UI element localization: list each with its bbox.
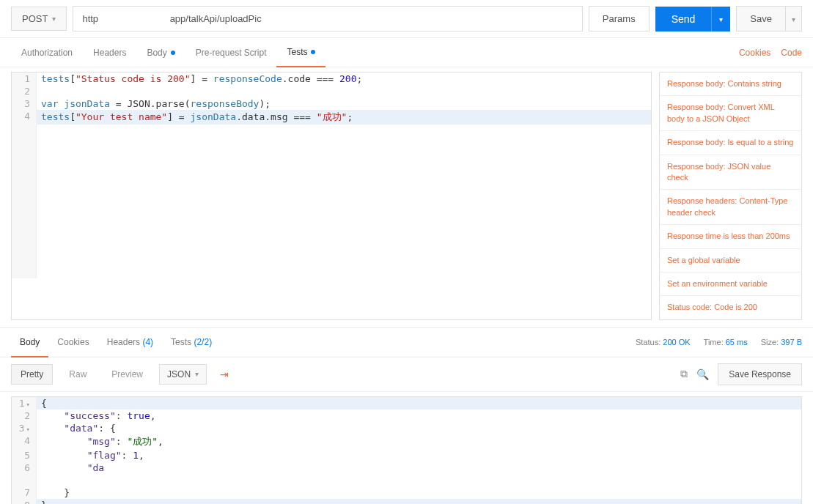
tab-prerequest[interactable]: Pre-request Script	[185, 39, 277, 67]
url-prefix: http	[82, 13, 98, 24]
preview-button[interactable]: Preview	[103, 365, 152, 384]
snippet-item[interactable]: Response body: Is equal to a string	[660, 131, 801, 155]
http-method-select[interactable]: POST ▾	[11, 7, 67, 31]
response-toolbar-right: ⧉ 🔍 Save Response	[680, 363, 802, 385]
save-dropdown[interactable]: ▾	[786, 6, 802, 32]
snippet-item[interactable]: Set a global variable	[660, 249, 801, 273]
modified-dot-icon	[311, 50, 315, 54]
url-suffix: app/talkApi/uploadPic	[170, 13, 262, 24]
response-meta: Status: 200 OK Time: 65 ms Size: 397 B	[636, 338, 802, 346]
raw-button[interactable]: Raw	[60, 365, 95, 384]
url-input[interactable]: http app/talkApi/uploadPic	[73, 6, 582, 32]
snippet-item[interactable]: Set an environment variable	[660, 273, 801, 296]
tab-tests[interactable]: Tests	[276, 38, 325, 67]
url-hidden	[98, 13, 170, 24]
snippet-item[interactable]: Response body: Convert XML body to a JSO…	[660, 96, 801, 131]
tab-authorization[interactable]: Authorization	[11, 39, 83, 67]
send-button[interactable]: Send	[655, 7, 712, 32]
size-meta: Size: 397 B	[761, 338, 802, 346]
chevron-down-icon: ▾	[52, 15, 56, 23]
modified-dot-icon	[171, 51, 175, 55]
chevron-down-icon: ▾	[719, 15, 723, 23]
snippet-item[interactable]: Status code: Code is 200	[660, 296, 801, 319]
tab-body[interactable]: Body	[136, 39, 185, 67]
snippets-panel: Response body: Contains string Response …	[659, 72, 802, 320]
copy-icon[interactable]: ⧉	[680, 368, 688, 380]
save-group: Save ▾	[736, 6, 802, 32]
code-link[interactable]: Code	[781, 48, 802, 58]
send-group: Send ▾	[655, 7, 731, 32]
resp-tab-tests[interactable]: Tests (2/2)	[162, 328, 221, 356]
pretty-button[interactable]: Pretty	[11, 364, 53, 385]
resp-tab-body[interactable]: Body	[11, 328, 48, 357]
time-meta: Time: 65 ms	[704, 338, 748, 346]
request-top-bar: POST ▾ http app/talkApi/uploadPic Params…	[0, 0, 813, 38]
request-right-links: Cookies Code	[739, 48, 802, 58]
tab-headers[interactable]: Headers	[83, 39, 136, 67]
resp-tab-cookies[interactable]: Cookies	[48, 328, 98, 356]
search-icon[interactable]: 🔍	[696, 368, 709, 380]
chevron-down-icon: ▾	[792, 15, 795, 23]
resp-tab-headers[interactable]: Headers (4)	[98, 328, 162, 356]
http-method-label: POST	[22, 13, 48, 24]
response-body-editor[interactable]: 1▾{ 2 "success": true, 3▾ "data": { 4 "m…	[11, 396, 802, 504]
save-response-button[interactable]: Save Response	[718, 363, 802, 385]
status-meta: Status: 200 OK	[636, 338, 691, 346]
params-button[interactable]: Params	[589, 6, 650, 32]
chevron-down-icon: ▾	[195, 370, 199, 378]
response-toolbar: Pretty Raw Preview JSON ▾ ⇥ ⧉ 🔍 Save Res…	[0, 357, 813, 392]
cookies-link[interactable]: Cookies	[739, 48, 770, 58]
send-dropdown[interactable]: ▾	[711, 7, 730, 32]
tests-code-editor[interactable]: 1tests["Status code is 200"] = responseC…	[11, 72, 652, 320]
response-tabs: Body Cookies Headers (4) Tests (2/2) Sta…	[0, 327, 813, 357]
snippet-item[interactable]: Response headers: Content-Type header ch…	[660, 190, 801, 225]
format-select[interactable]: JSON ▾	[159, 364, 207, 385]
wrap-lines-icon[interactable]: ⇥	[214, 364, 235, 385]
snippet-item[interactable]: Response time is less than 200ms	[660, 225, 801, 248]
tests-editor-row: 1tests["Status code is 200"] = responseC…	[0, 67, 813, 327]
snippet-item[interactable]: Response body: JSON value check	[660, 155, 801, 190]
snippet-item[interactable]: Response body: Contains string	[660, 73, 801, 96]
request-tabs: Authorization Headers Body Pre-request S…	[0, 38, 813, 67]
save-button[interactable]: Save	[736, 6, 786, 32]
